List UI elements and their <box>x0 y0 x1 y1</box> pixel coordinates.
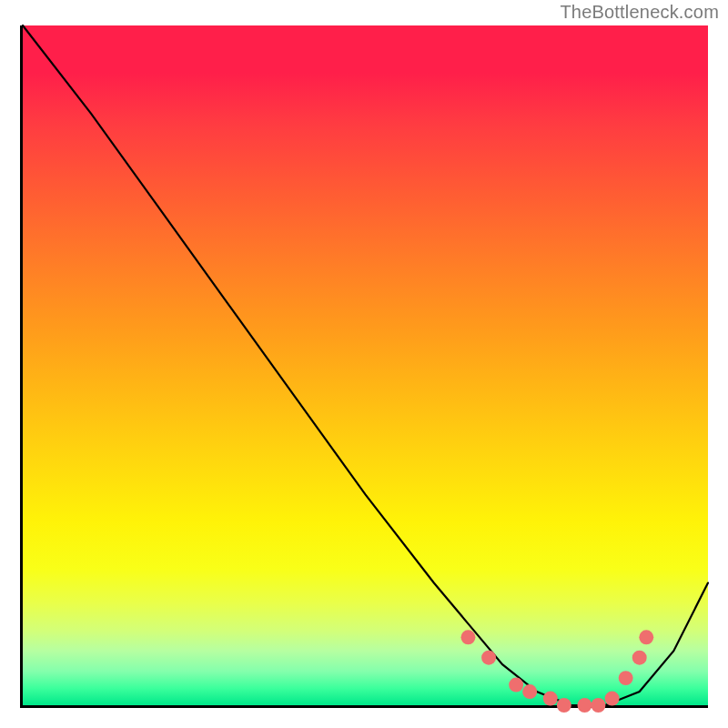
marker-dot <box>619 671 633 685</box>
chart-svg <box>23 25 708 705</box>
marker-dot <box>481 651 496 665</box>
marker-dots <box>460 630 653 713</box>
chart-stage: TheBottleneck.com <box>0 0 728 728</box>
marker-dot <box>592 698 606 713</box>
marker-dot <box>605 692 620 706</box>
marker-dot <box>460 630 475 644</box>
marker-dot <box>509 678 523 693</box>
marker-dot <box>577 698 592 713</box>
marker-dot <box>557 698 571 713</box>
attribution-text: TheBottleneck.com <box>560 2 719 23</box>
marker-dot <box>543 692 558 706</box>
plot-area <box>20 25 708 708</box>
marker-dot <box>522 684 537 699</box>
marker-dot <box>632 651 647 665</box>
curve-line <box>23 25 708 705</box>
marker-dot <box>639 630 653 644</box>
